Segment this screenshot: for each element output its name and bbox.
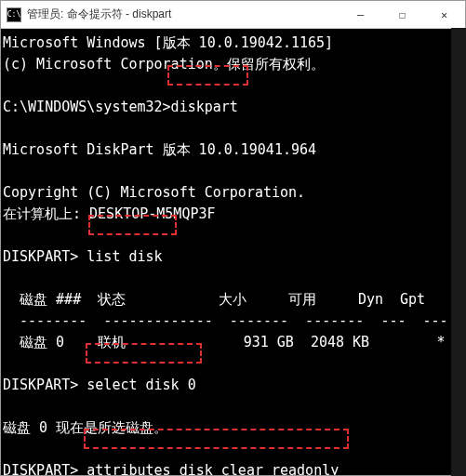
command-prompt-window: C:\ 管理员: 命令提示符 - diskpart — ☐ ✕ Microsof… [0, 0, 466, 476]
line: 磁盘 ### 状态 大小 可用 Dyn Gpt [3, 291, 425, 308]
line: Microsoft Windows [版本 10.0.19042.1165] [3, 34, 333, 51]
window-controls: — ☐ ✕ [340, 1, 465, 28]
line: DISKPART> select disk 0 [3, 377, 196, 393]
maximize-button[interactable]: ☐ [381, 1, 423, 28]
line: C:\WINDOWS\system32>diskpart [3, 99, 238, 115]
line: 在计算机上: DESKTOP-M5MQP3F [3, 205, 216, 222]
line: DISKPART> attributes disk clear readonly [3, 462, 339, 475]
scrollbar[interactable] [451, 28, 466, 476]
line: 磁盘 0 联机 931 GB 2048 KB * [3, 334, 445, 350]
line: Copyright (C) Microsoft Corporation. [3, 184, 305, 201]
line: Microsoft DiskPart 版本 10.0.19041.964 [3, 141, 316, 158]
close-button[interactable]: ✕ [423, 1, 465, 28]
window-title: 管理员: 命令提示符 - diskpart [27, 7, 340, 22]
line: 磁盘 0 现在是所选磁盘。 [3, 419, 167, 436]
line: -------- ------------- ------- ------- -… [3, 312, 448, 329]
terminal-output[interactable]: Microsoft Windows [版本 10.0.19042.1165] (… [1, 29, 465, 475]
titlebar[interactable]: C:\ 管理员: 命令提示符 - diskpart — ☐ ✕ [1, 1, 465, 29]
minimize-button[interactable]: — [340, 1, 381, 28]
line: DISKPART> list disk [3, 248, 163, 265]
line: (c) Microsoft Corporation。保留所有权利。 [3, 56, 325, 73]
cmd-icon: C:\ [7, 7, 21, 22]
